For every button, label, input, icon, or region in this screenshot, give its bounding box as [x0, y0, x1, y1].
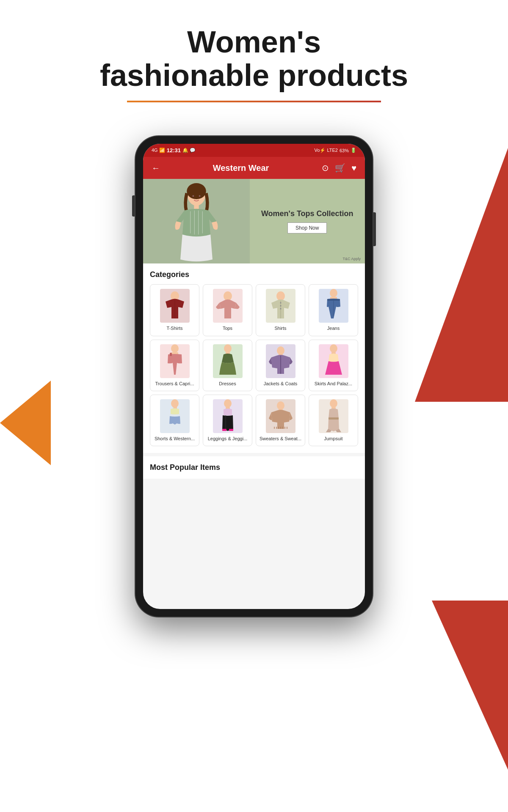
jeans-label: Jeans — [327, 325, 340, 331]
tc-apply: T&C Apply — [342, 257, 361, 261]
svg-rect-39 — [229, 429, 233, 431]
status-right: Vo⚡ LTE2 63% 🔋 — [315, 148, 356, 153]
shop-now-button[interactable]: Shop Now — [287, 222, 327, 233]
svg-point-12 — [224, 291, 232, 301]
skirts-label: Skirts And Palaz... — [315, 381, 352, 387]
cart-icon[interactable]: 🛒 — [335, 163, 345, 173]
trousers-label: Trousers & Capri... — [155, 381, 194, 387]
tshirts-label: T-Shirts — [167, 325, 183, 331]
svg-point-40 — [277, 401, 284, 410]
svg-point-1 — [187, 183, 206, 199]
bg-triangle-red2 — [432, 601, 508, 770]
category-jumpsuit[interactable]: Jumpsuit — [309, 395, 358, 446]
page-title: Women's fashionable products — [42, 25, 466, 92]
svg-point-19 — [280, 308, 281, 310]
category-tops[interactable]: Tops — [203, 284, 252, 336]
skirts-img — [319, 344, 348, 378]
jeans-img — [319, 289, 348, 323]
categories-section: Categories T-Shirts — [143, 263, 365, 453]
lte-icon: Vo⚡ LTE2 — [315, 148, 338, 153]
category-dresses[interactable]: Dresses — [203, 340, 252, 391]
status-time: 12:31 — [167, 147, 181, 154]
svg-point-33 — [171, 399, 179, 408]
wishlist-icon[interactable]: ♥ — [351, 163, 356, 173]
status-left: 4G 📶 12:31 🔔 💬 — [152, 147, 196, 154]
svg-point-18 — [280, 305, 281, 307]
svg-point-49 — [330, 399, 337, 408]
category-leggings[interactable]: Leggings & Jeggi... — [203, 395, 252, 446]
svg-point-14 — [276, 291, 285, 301]
leggings-img — [213, 399, 243, 433]
popular-title: Most Popular Items — [150, 463, 358, 472]
banner-title: Women's Tops Collection — [261, 209, 353, 218]
header-divider — [127, 101, 381, 102]
svg-rect-51 — [329, 417, 339, 420]
status-bar: 4G 📶 12:31 🔔 💬 Vo⚡ LTE2 63% 🔋 — [143, 144, 365, 157]
battery-icon: 🔋 — [351, 148, 356, 153]
shirts-label: Shirts — [274, 325, 286, 331]
header-icons: ⊙ 🛒 ♥ — [322, 163, 356, 173]
jackets-img — [266, 344, 295, 378]
categories-title: Categories — [150, 270, 358, 279]
category-jeans[interactable]: Jeans — [309, 284, 358, 336]
app-header: ← Western Wear ⊙ 🛒 ♥ — [143, 157, 365, 179]
svg-point-17 — [280, 302, 281, 304]
svg-point-28 — [277, 346, 284, 355]
leggings-label: Leggings & Jeggi... — [208, 436, 248, 442]
signal-icon: 4G 📶 — [152, 148, 165, 153]
phone-screen: 4G 📶 12:31 🔔 💬 Vo⚡ LTE2 63% 🔋 ← Western … — [143, 144, 365, 609]
categories-grid: T-Shirts Tops — [150, 284, 358, 446]
notification-icons: 🔔 💬 — [182, 148, 196, 153]
category-sweaters[interactable]: Sweaters & Sweat... — [256, 395, 305, 446]
category-jackets[interactable]: Jackets & Coats — [256, 340, 305, 391]
phone-device: 4G 📶 12:31 🔔 💬 Vo⚡ LTE2 63% 🔋 ← Western … — [135, 136, 373, 617]
page-header: Women's fashionable products — [0, 0, 508, 111]
sweaters-label: Sweaters & Sweat... — [260, 436, 301, 442]
svg-point-26 — [224, 344, 232, 353]
jumpsuit-img — [319, 399, 348, 433]
tops-label: Tops — [223, 325, 232, 331]
shorts-label: Shorts & Western... — [155, 436, 195, 442]
banner-image — [143, 179, 250, 263]
jackets-label: Jackets & Coats — [264, 381, 297, 387]
svg-point-31 — [330, 344, 337, 353]
category-trousers[interactable]: Trousers & Capri... — [150, 340, 199, 391]
popular-section: Most Popular Items — [143, 453, 365, 479]
category-shirts[interactable]: Shirts — [256, 284, 305, 336]
phone-wrapper: 4G 📶 12:31 🔔 💬 Vo⚡ LTE2 63% 🔋 ← Western … — [0, 136, 508, 617]
svg-point-20 — [330, 289, 337, 297]
svg-point-36 — [224, 399, 232, 408]
category-tshirts[interactable]: T-Shirts — [150, 284, 199, 336]
tshirts-img — [160, 289, 190, 323]
search-icon[interactable]: ⊙ — [322, 163, 329, 173]
svg-rect-38 — [222, 429, 226, 431]
shirts-img — [266, 289, 295, 323]
battery-level: 63% — [340, 148, 349, 153]
svg-point-8 — [199, 195, 200, 197]
category-skirts[interactable]: Skirts And Palaz... — [309, 340, 358, 391]
dresses-img — [213, 344, 243, 378]
banner-text-area: Women's Tops Collection Shop Now — [250, 179, 365, 263]
banner-woman-svg — [171, 183, 222, 263]
category-shorts[interactable]: Shorts & Western... — [150, 395, 199, 446]
jumpsuit-label: Jumpsuit — [324, 436, 342, 442]
dresses-label: Dresses — [219, 381, 236, 387]
svg-point-7 — [192, 195, 194, 197]
app-title: Western Wear — [213, 163, 269, 173]
back-button[interactable]: ← — [152, 163, 160, 173]
trousers-img — [160, 344, 190, 378]
svg-rect-35 — [173, 407, 174, 409]
svg-rect-25 — [170, 353, 172, 356]
shorts-img — [160, 399, 190, 433]
banner: Women's Tops Collection Shop Now T&C App… — [143, 179, 365, 263]
sweaters-img — [266, 399, 295, 433]
tops-img — [213, 289, 243, 323]
svg-point-23 — [171, 344, 179, 353]
